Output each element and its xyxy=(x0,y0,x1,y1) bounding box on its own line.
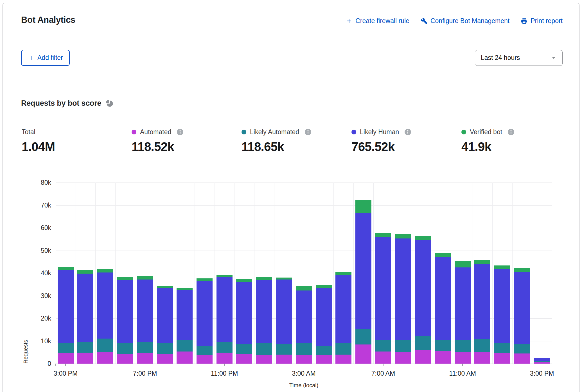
segment-likely-human xyxy=(216,277,233,342)
bar-6-00-am-15 xyxy=(355,200,371,364)
segment-likely-human xyxy=(355,213,371,329)
plus-icon xyxy=(28,55,35,61)
segment-automated xyxy=(77,353,93,364)
x-tick-label: 11:00 AM xyxy=(449,370,476,377)
gridline-x xyxy=(254,183,254,364)
gridline-x xyxy=(353,183,354,364)
info-icon[interactable] xyxy=(304,129,312,136)
segment-likely-human xyxy=(157,288,173,343)
segment-likely-human xyxy=(296,290,312,343)
segment-likely-human xyxy=(514,272,530,344)
section-title: Requests by bot score xyxy=(21,99,101,108)
stat-value: 765.52k xyxy=(351,140,453,154)
bar-4-00-am-13 xyxy=(316,285,332,364)
bar-3-00-pm-0 xyxy=(58,267,74,364)
link-label: Print report xyxy=(531,17,563,25)
create-firewall-rule-link[interactable]: Create firewall rule xyxy=(346,17,409,25)
stats-row: Total 1.04M Automated118.52kLikely Autom… xyxy=(21,128,563,154)
segment-likely-automated xyxy=(157,343,173,354)
x-tick-label: 11:00 PM xyxy=(211,370,238,377)
segment-likely-human xyxy=(316,288,332,346)
segment-automated xyxy=(455,352,471,364)
bar-1-00-am-10 xyxy=(256,277,272,364)
gridline-x xyxy=(234,183,234,364)
add-filter-button[interactable]: Add filter xyxy=(21,50,70,66)
info-icon[interactable] xyxy=(404,129,411,136)
info-icon[interactable] xyxy=(507,129,515,136)
segment-likely-automated xyxy=(276,344,292,355)
bar-8-00-am-17 xyxy=(395,234,411,364)
print-report-link[interactable]: Print report xyxy=(521,17,563,25)
segment-verified-bot xyxy=(435,253,451,257)
stat-label: Verified bot xyxy=(470,128,502,136)
segment-automated xyxy=(494,353,510,364)
segment-likely-human xyxy=(117,280,133,343)
x-tick-label: 7:00 PM xyxy=(133,370,157,377)
segment-likely-automated xyxy=(197,346,213,355)
bar-9-00-am-18 xyxy=(415,236,431,364)
gridline-x xyxy=(95,183,96,364)
x-tick-mark xyxy=(304,364,304,366)
legend-dot-likely-human xyxy=(351,130,356,134)
segment-likely-automated xyxy=(256,343,272,355)
x-tick-mark xyxy=(65,364,66,366)
segment-verified-bot xyxy=(474,260,490,264)
gridline-x xyxy=(274,183,274,364)
gridline-y xyxy=(56,251,552,251)
x-axis-title: Time (local) xyxy=(289,382,319,389)
segment-verified-bot xyxy=(514,268,530,272)
segment-verified-bot xyxy=(197,278,213,281)
info-icon[interactable] xyxy=(177,129,184,136)
segment-likely-automated xyxy=(415,336,431,350)
segment-likely-automated xyxy=(316,346,332,355)
segment-likely-automated xyxy=(58,343,74,353)
segment-likely-human xyxy=(97,272,113,339)
segment-likely-human xyxy=(494,269,510,343)
segment-automated xyxy=(474,352,490,364)
x-tick-label: 3:00 AM xyxy=(292,370,315,377)
segment-automated xyxy=(117,354,133,364)
segment-likely-human xyxy=(197,281,213,346)
stat-likely-human: Likely Human765.52k xyxy=(343,128,453,154)
segment-verified-bot xyxy=(117,277,133,280)
segment-automated xyxy=(415,350,431,364)
segment-automated xyxy=(375,352,391,364)
stat-automated: Automated118.52k xyxy=(123,128,233,154)
configure-bot-management-link[interactable]: Configure Bot Management xyxy=(421,17,509,25)
gridline-x xyxy=(314,183,314,364)
bar-8-00-pm-5 xyxy=(157,286,173,364)
stat-label: Total xyxy=(22,128,35,136)
segment-likely-human xyxy=(415,240,431,336)
stat-value: 1.04M xyxy=(22,140,123,154)
bar-11-00-am-20 xyxy=(455,261,471,364)
gridline-y xyxy=(56,183,552,183)
segment-likely-automated xyxy=(455,340,471,352)
segment-likely-human xyxy=(474,264,490,339)
segment-automated xyxy=(97,352,113,364)
bar-12-00-pm-21 xyxy=(474,260,490,364)
x-tick-mark xyxy=(145,364,145,366)
time-range-select[interactable]: Last 24 hours xyxy=(475,50,563,66)
segment-verified-bot xyxy=(236,279,252,282)
x-tick-label: 7:00 AM xyxy=(371,370,395,377)
x-tick-label: 3:00 PM xyxy=(53,370,78,377)
segment-automated xyxy=(58,353,74,364)
y-tick-label: 50k xyxy=(41,247,51,254)
segment-likely-automated xyxy=(514,344,530,353)
y-tick-label: 10k xyxy=(41,337,51,345)
segment-automated xyxy=(177,352,193,364)
segment-verified-bot xyxy=(58,267,74,270)
segment-likely-automated xyxy=(97,339,113,352)
segment-verified-bot xyxy=(316,285,332,288)
segment-verified-bot xyxy=(97,269,113,272)
segment-likely-human xyxy=(435,257,451,340)
segment-verified-bot xyxy=(177,288,193,290)
segment-verified-bot xyxy=(216,275,233,277)
bar-3-00-pm-24 xyxy=(534,358,550,364)
time-range-value: Last 24 hours xyxy=(481,54,520,62)
segment-likely-human xyxy=(455,267,471,340)
stat-value: 41.9k xyxy=(461,140,563,154)
segment-likely-automated xyxy=(177,340,193,352)
segment-verified-bot xyxy=(157,286,173,288)
legend-dot-automated xyxy=(132,130,136,134)
